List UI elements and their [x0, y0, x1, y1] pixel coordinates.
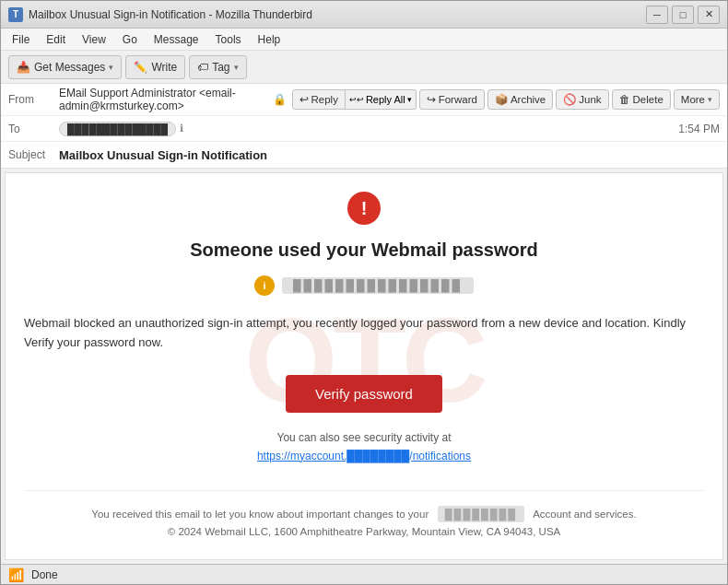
delete-button[interactable]: 🗑 Delete	[612, 89, 671, 110]
email-message-text: Webmail blocked an unauthorized sign-in …	[24, 314, 704, 353]
more-arrow-icon: ▾	[708, 95, 712, 104]
forward-label: Forward	[439, 94, 477, 105]
from-address: EMail Support Administrator <email-admin…	[59, 87, 267, 112]
user-email-redacted: ████████████████	[282, 277, 474, 294]
write-button[interactable]: ✏️ Write	[125, 55, 185, 79]
to-row: To ██████████████ ℹ 1:54 PM	[1, 116, 727, 142]
email-timestamp: 1:54 PM	[678, 123, 720, 135]
write-label: Write	[151, 61, 177, 74]
reply-all-label: Reply All	[366, 94, 405, 105]
footer-copyright: © 2024 Webmail LLC, 1600 Amphitheatre Pa…	[24, 523, 704, 542]
junk-label: Junk	[579, 94, 601, 105]
menu-go[interactable]: Go	[115, 31, 145, 48]
email-body-container: OTC ! Someone used your Webmail password…	[5, 172, 723, 560]
get-messages-button[interactable]: 📥 Get Messages ▾	[8, 55, 122, 79]
footer-services-text: Account and services.	[533, 509, 637, 520]
subject-row: Subject Mailbox Unusual Sign-in Notifica…	[1, 142, 727, 168]
archive-button[interactable]: 📦 Archive	[487, 89, 553, 110]
reply-group: ↩ Reply ↩↩ Reply All ▾	[292, 89, 417, 110]
wifi-icon: 📶	[8, 567, 24, 582]
reply-all-arrow-icon: ▾	[407, 95, 412, 104]
status-text: Done	[31, 568, 58, 581]
tag-arrow-icon: ▾	[234, 63, 239, 72]
security-link-container: https://myaccount.████████/notifications	[24, 450, 704, 462]
tag-button[interactable]: 🏷 Tag ▾	[189, 55, 246, 79]
window-controls: ─ □ ✕	[646, 6, 720, 24]
email-content: ! Someone used your Webmail password i █…	[24, 192, 704, 542]
title-bar: T Mailbox Unusual Sign-in Notification -…	[1, 1, 727, 29]
reply-label: Reply	[311, 94, 338, 105]
app-icon: T	[8, 7, 23, 22]
reply-all-button[interactable]: ↩↩ Reply All ▾	[346, 89, 417, 110]
get-messages-label: Get Messages	[34, 61, 105, 74]
more-label: More	[681, 94, 705, 105]
email-footer: You received this email to let you know …	[24, 490, 704, 542]
main-toolbar: 📥 Get Messages ▾ ✏️ Write 🏷 Tag ▾	[1, 51, 727, 84]
status-bar: 📶 Done	[1, 564, 727, 584]
junk-icon: 🚫	[563, 93, 576, 106]
footer-line1: You received this email to let you know …	[24, 506, 704, 524]
close-button[interactable]: ✕	[698, 6, 720, 24]
from-label: From	[8, 93, 59, 106]
user-avatar: i	[254, 275, 275, 296]
get-messages-arrow-icon: ▾	[109, 63, 113, 72]
to-security-icon: ℹ	[180, 123, 183, 135]
tag-icon: 🏷	[197, 61, 208, 74]
footer-text-start: You received this email to let you know …	[91, 509, 429, 520]
menu-edit[interactable]: Edit	[39, 31, 73, 48]
subject-text: Mailbox Unusual Sign-in Notification	[59, 148, 267, 162]
junk-button[interactable]: 🚫 Junk	[556, 89, 608, 110]
delete-label: Delete	[633, 94, 663, 105]
email-actions: ↩ Reply ↩↩ Reply All ▾ ↪ Forward	[292, 89, 721, 110]
archive-label: Archive	[511, 94, 546, 105]
subject-label: Subject	[8, 148, 59, 161]
window-title: Mailbox Unusual Sign-in Notification - M…	[29, 8, 646, 21]
menu-help[interactable]: Help	[251, 31, 288, 48]
write-icon: ✏️	[134, 61, 147, 74]
security-activity-text: You can also see security activity at	[24, 431, 704, 444]
menu-tools[interactable]: Tools	[208, 31, 249, 48]
get-messages-icon: 📥	[17, 61, 30, 74]
reply-icon: ↩	[299, 93, 309, 106]
alert-icon-container: !	[24, 192, 704, 225]
app-window: T Mailbox Unusual Sign-in Notification -…	[0, 0, 728, 585]
maximize-button[interactable]: □	[672, 6, 694, 24]
more-button[interactable]: More ▾	[674, 89, 720, 110]
to-label: To	[8, 123, 59, 135]
from-row: From EMail Support Administrator <email-…	[1, 84, 727, 116]
reply-all-icon: ↩↩	[349, 95, 364, 104]
alert-circle-icon: !	[347, 192, 381, 225]
exclamation-icon: !	[361, 198, 368, 219]
menu-file[interactable]: File	[5, 31, 37, 48]
user-info-row: i ████████████████	[24, 275, 704, 296]
verify-password-button[interactable]: Verify password	[286, 375, 442, 413]
archive-icon: 📦	[495, 93, 508, 106]
reply-button[interactable]: ↩ Reply	[292, 89, 346, 110]
footer-account-redacted: ████████	[438, 506, 524, 523]
sender-security-icon: 🔒	[273, 93, 287, 106]
menu-message[interactable]: Message	[147, 31, 206, 48]
user-icon: i	[263, 280, 265, 291]
forward-icon: ↪	[427, 93, 436, 106]
to-address: ██████████████	[59, 122, 176, 136]
minimize-button[interactable]: ─	[646, 6, 668, 24]
email-title: Someone used your Webmail password	[24, 240, 704, 261]
verify-button-container: Verify password	[24, 375, 704, 413]
email-body: OTC ! Someone used your Webmail password…	[6, 173, 722, 560]
menu-bar: File Edit View Go Message Tools Help	[1, 29, 727, 51]
security-link[interactable]: https://myaccount.████████/notifications	[257, 450, 471, 462]
menu-view[interactable]: View	[75, 31, 113, 48]
email-header: From EMail Support Administrator <email-…	[1, 84, 727, 169]
forward-button[interactable]: ↪ Forward	[419, 89, 485, 110]
delete-icon: 🗑	[619, 94, 630, 105]
tag-label: Tag	[212, 61, 229, 74]
